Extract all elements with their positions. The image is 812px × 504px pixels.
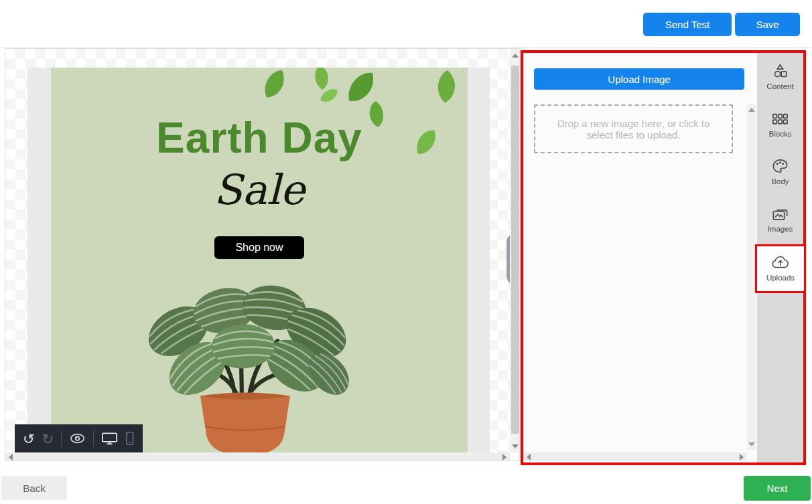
scrollbar-thumb[interactable] [511,66,519,434]
desktop-icon[interactable] [101,431,118,446]
uploads-panel-highlighted: Upload Image Drop a new image here, or c… [521,50,806,465]
sidebar-item-label: Images [757,225,803,233]
email-outer-background: Earth Day Sale Shop now [27,68,490,461]
panel-horizontal-scrollbar[interactable] [523,452,747,461]
undo-icon[interactable]: ↺ [23,432,35,446]
header-bar: Send Test Save [0,0,812,48]
scroll-left-arrow[interactable] [527,454,531,460]
shapes-icon [771,62,789,80]
potted-plant-image [131,276,359,461]
canvas-horizontal-scrollbar[interactable] [5,452,510,461]
sidebar-item-content[interactable]: Content [757,60,803,102]
scroll-down-arrow[interactable] [748,442,755,446]
toolbar-divider [93,430,94,446]
sidebar-item-blocks[interactable]: Blocks [757,107,803,150]
cloud-upload-icon [769,254,792,272]
blocks-grid-icon [771,110,789,128]
scroll-up-arrow[interactable] [748,108,755,112]
images-icon [771,205,789,223]
back-button[interactable]: Back [1,476,67,500]
shop-now-button[interactable]: Shop now [214,236,304,259]
scroll-right-arrow[interactable] [740,454,744,460]
mobile-icon[interactable] [125,431,135,446]
sidebar-item-uploads-active[interactable]: Uploads [755,244,806,293]
sidebar-item-label: Blocks [757,130,803,138]
palette-icon [771,157,789,175]
next-button[interactable]: Next [744,476,811,501]
image-dropzone[interactable]: Drop a new image here, or click to selec… [534,104,733,153]
sidebar-item-label: Content [757,82,803,90]
redo-icon[interactable]: ↻ [42,432,54,446]
headline-text: Earth Day [51,113,468,163]
dropzone-text: Drop a new image here, or click to selec… [553,118,714,141]
sidebar-item-label: Body [757,177,803,185]
email-design-image[interactable]: Earth Day Sale Shop now [51,68,468,461]
scroll-up-arrow[interactable] [512,54,519,58]
email-preview-canvas: Earth Day Sale Shop now [5,48,521,461]
scroll-left-arrow[interactable] [9,454,13,460]
scroll-right-arrow[interactable] [502,454,506,460]
preview-toolbar: ↺ ↻ [15,424,143,452]
sidebar-item-images[interactable]: Images [757,202,803,245]
sidebar-item-label: Uploads [757,274,804,282]
email-builder-window: Send Test Save Earth Day [0,0,812,504]
uploads-panel-content: Upload Image Drop a new image here, or c… [523,53,757,463]
sidebar-item-body[interactable]: Body [757,155,803,197]
upload-image-button[interactable]: Upload Image [534,68,744,90]
preview-eye-icon[interactable] [69,432,86,445]
script-sale-text: Sale [51,165,468,214]
toolbar-divider [61,430,62,446]
canvas-vertical-scrollbar[interactable] [510,49,521,452]
send-test-button[interactable]: Send Test [643,13,732,36]
scroll-down-arrow[interactable] [512,444,519,448]
save-button[interactable]: Save [735,13,800,36]
